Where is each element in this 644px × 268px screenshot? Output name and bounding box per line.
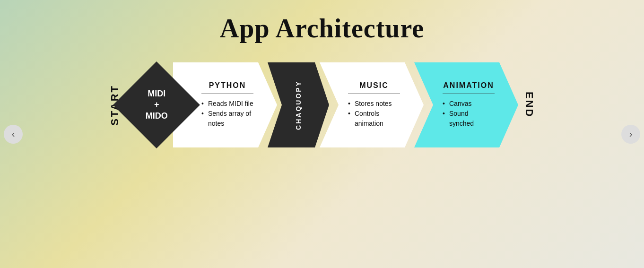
animation-chevron: ANIMATION Canvas Sound synched — [414, 62, 518, 147]
music-item-1: Stores notes — [348, 99, 400, 109]
animation-item-2: Sound synched — [443, 109, 495, 129]
music-list: Stores notes Controls animation — [348, 99, 400, 129]
midi-label: MIDI + MIDO — [146, 88, 168, 121]
music-divider — [348, 94, 400, 94]
animation-item-1: Canvas — [443, 99, 495, 109]
end-label: END — [523, 92, 535, 118]
chaquopy-label: CHAQUOPY — [295, 80, 302, 130]
music-header: MUSIC — [348, 81, 400, 90]
python-divider — [201, 94, 253, 94]
music-chevron: MUSIC Stores notes Controls animation — [320, 62, 424, 147]
python-item-1: Reads MIDI file — [201, 99, 253, 109]
page-title: App Architecture — [0, 0, 644, 43]
diagram-area: START MIDI + MIDO PYTHON Reads MIDI file… — [0, 62, 644, 147]
music-item-2: Controls animation — [348, 109, 400, 129]
animation-divider — [443, 94, 495, 94]
python-header: PYTHON — [201, 81, 253, 90]
python-item-2: Sends array of notes — [201, 109, 253, 129]
animation-header: ANIMATION — [443, 81, 495, 90]
animation-list: Canvas Sound synched — [443, 99, 495, 129]
python-list: Reads MIDI file Sends array of notes — [201, 99, 253, 129]
